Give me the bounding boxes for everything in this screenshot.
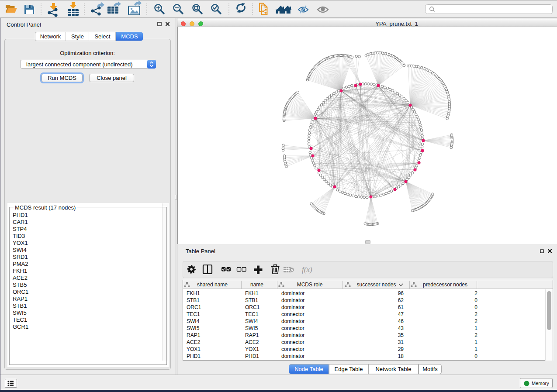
svg-text:f(x): f(x) <box>302 265 312 274</box>
